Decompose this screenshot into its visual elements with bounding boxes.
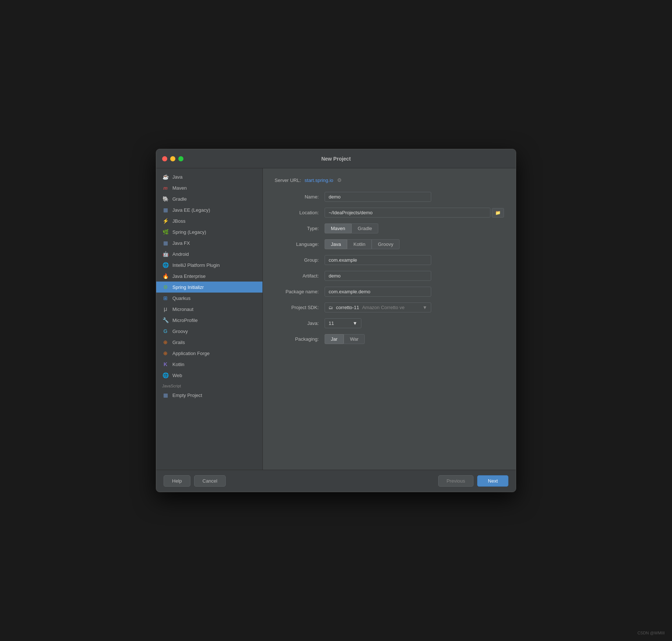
help-button[interactable]: Help [164,475,190,487]
sidebar-item-quarkus[interactable]: ⊞ Quarkus [156,293,262,304]
sidebar-item-label: JBoss [172,218,185,224]
location-row: Location: 📁 [275,208,504,218]
sidebar-item-spring-legacy[interactable]: 🌿 Spring (Legacy) [156,226,262,237]
sidebar-item-grails[interactable]: ⊕ Grails [156,337,262,348]
sidebar-item-maven[interactable]: m Maven [156,182,262,193]
language-groovy-button[interactable]: Groovy [372,239,400,249]
sidebar-item-label: Groovy [172,329,188,334]
name-input[interactable] [325,192,431,202]
groovy-icon: G [162,328,169,334]
watermark: CSDN @WMIII [637,631,665,635]
sidebar-item-label: Android [172,251,189,257]
sidebar-item-enterprise[interactable]: 🔥 Java Enterprise [156,271,262,282]
sidebar-item-label: Maven [172,185,187,191]
project-sdk-label: Project SDK: [275,305,319,310]
type-row: Type: Maven Gradle [275,223,504,233]
sidebar-item-web[interactable]: 🌐 Web [156,370,262,381]
location-wrapper: 📁 [325,208,504,218]
close-button[interactable] [162,156,167,161]
package-name-input[interactable] [325,287,431,297]
sidebar-item-empty[interactable]: ▦ Empty Project [156,390,262,401]
enterprise-icon: 🔥 [162,273,169,279]
server-url-row: Server URL: start.spring.io ⚙ [275,177,504,183]
language-button-group: Java Kotlin Groovy [325,239,400,249]
new-project-dialog: New Project ☕ Java m Maven 🐘 Gradle ▦ Ja… [156,149,516,492]
type-button-group: Maven Gradle [325,223,378,233]
sidebar-item-jboss[interactable]: ⚡ JBoss [156,215,262,226]
sidebar-item-spring-initializr[interactable]: ⚙ Spring Initializr [156,282,262,293]
group-input[interactable] [325,255,431,265]
sidebar-item-label: Java Enterprise [172,273,205,279]
packaging-row: Packaging: Jar War [275,334,504,344]
name-row: Name: [275,192,504,202]
sdk-folder-icon: 🗂 [329,305,333,310]
sidebar-item-appforge[interactable]: ⊕ Application Forge [156,348,262,359]
appforge-icon: ⊕ [162,350,169,357]
sidebar-item-javaee[interactable]: ▦ Java EE (Legacy) [156,204,262,215]
maximize-button[interactable] [178,156,183,161]
packaging-jar-button[interactable]: Jar [325,334,344,344]
package-name-row: Package name: [275,287,504,297]
language-kotlin-button[interactable]: Kotlin [347,239,372,249]
sidebar-item-label: Java EE (Legacy) [172,207,210,213]
footer-left: Help Cancel [164,475,226,487]
name-label: Name: [275,194,319,200]
server-url-label: Server URL: [275,178,301,183]
artifact-row: Artifact: [275,271,504,281]
java-version-dropdown[interactable]: 11 ▼ [325,318,361,328]
sdk-dropdown-arrow: ▼ [422,305,427,310]
window-title: New Project [321,156,351,162]
sidebar-item-micronaut[interactable]: μ Micronaut [156,304,262,315]
empty-project-icon: ▦ [162,392,169,398]
java-row: Java: 11 ▼ [275,318,504,328]
titlebar: New Project [156,149,516,168]
sidebar-item-intellij[interactable]: 🌐 IntelliJ Platform Plugin [156,259,262,271]
java-dropdown-arrow: ▼ [353,320,357,326]
artifact-label: Artifact: [275,273,319,279]
sidebar-item-microprofile[interactable]: 🔧 MicroProfile [156,315,262,326]
server-url-link[interactable]: start.spring.io [305,178,333,183]
sidebar-item-gradle[interactable]: 🐘 Gradle [156,193,262,204]
browse-button[interactable]: 📁 [492,208,504,218]
sidebar-item-label: Web [172,373,182,378]
packaging-label: Packaging: [275,336,319,342]
sidebar-item-kotlin[interactable]: K Kotlin [156,359,262,370]
maven-icon: m [162,185,169,191]
language-java-button[interactable]: Java [325,239,347,249]
group-row: Group: [275,255,504,265]
project-sdk-dropdown[interactable]: 🗂 corretto-11 Amazon Corretto ve ▼ [325,302,431,312]
main-panel: Server URL: start.spring.io ⚙ Name: Loca… [263,168,516,470]
sdk-detail: Amazon Corretto ve [362,305,405,310]
sidebar-item-label: Grails [172,340,185,345]
sidebar-item-android[interactable]: 🤖 Android [156,248,262,259]
sidebar-item-java[interactable]: ☕ Java [156,171,262,182]
sidebar-item-groovy[interactable]: G Groovy [156,326,262,337]
sidebar-item-javafx[interactable]: ▦ Java FX [156,237,262,248]
sidebar-item-label: Application Forge [172,351,210,356]
quarkus-icon: ⊞ [162,295,169,301]
spring-legacy-icon: 🌿 [162,229,169,235]
sidebar-category-javascript: JavaScript [156,381,262,390]
minimize-button[interactable] [170,156,175,161]
traffic-lights [162,156,183,161]
location-input[interactable] [325,208,490,218]
sidebar-item-label: Gradle [172,196,187,202]
next-button[interactable]: Next [477,475,508,487]
settings-icon[interactable]: ⚙ [337,177,342,183]
sidebar-item-label: Kotlin [172,362,185,367]
artifact-input[interactable] [325,271,431,281]
project-sdk-row: Project SDK: 🗂 corretto-11 Amazon Corret… [275,302,504,312]
sidebar-item-label: Empty Project [172,393,202,398]
sidebar-item-label: Spring (Legacy) [172,229,206,235]
web-icon: 🌐 [162,372,169,379]
kotlin-icon: K [162,361,169,368]
cancel-button[interactable]: Cancel [194,475,226,487]
type-gradle-button[interactable]: Gradle [351,223,378,233]
java-label: Java: [275,320,319,326]
packaging-war-button[interactable]: War [344,334,365,344]
footer-right: Previous Next [438,475,508,487]
sidebar-item-label: Java [172,174,182,180]
type-maven-button[interactable]: Maven [325,223,351,233]
language-row: Language: Java Kotlin Groovy [275,239,504,249]
previous-button[interactable]: Previous [438,475,474,487]
